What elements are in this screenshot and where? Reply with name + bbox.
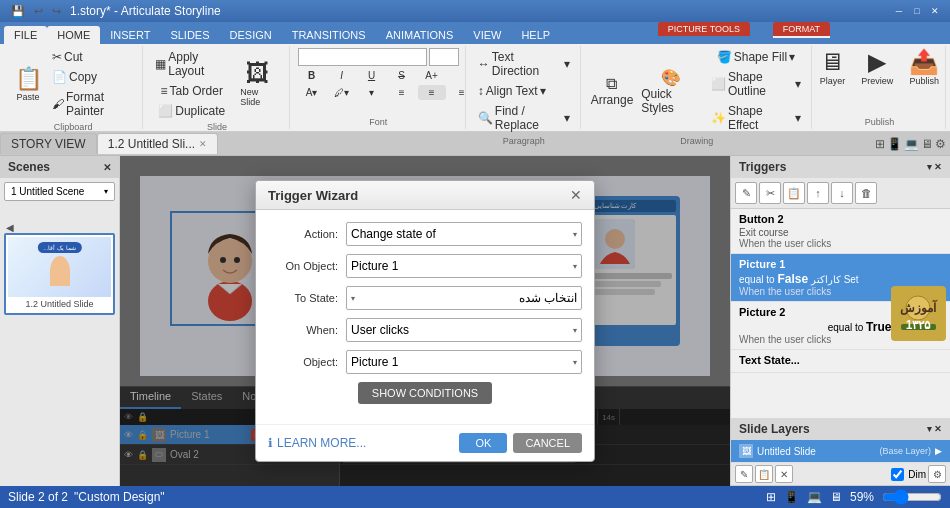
new-layer-button[interactable]: ✎	[735, 465, 753, 483]
tab-insert[interactable]: INSERT	[100, 26, 160, 44]
align-center[interactable]: ≡	[418, 85, 446, 100]
triggers-collapse-icon[interactable]: ▾	[927, 162, 932, 172]
format-painter-button[interactable]: 🖌Format Painter	[48, 88, 136, 120]
more-font-btn[interactable]: ▾	[358, 85, 386, 100]
trigger-item-text-state[interactable]: Text State...	[731, 350, 950, 373]
text-direction-button[interactable]: ↔Text Direction▾	[474, 48, 574, 80]
scenes-dropdown[interactable]: 1 Untitled Scene ▾	[4, 182, 115, 201]
layers-collapse-icon[interactable]: ▾	[927, 424, 932, 434]
mobile-view-button[interactable]: 📱	[887, 137, 902, 151]
shape-effect-button[interactable]: ✨Shape Effect▾	[707, 102, 805, 134]
save-button[interactable]: 💾	[8, 4, 28, 19]
tablet-view-button[interactable]: 💻	[904, 137, 919, 151]
layers-close-icon[interactable]: ✕	[934, 424, 942, 434]
font-size-increase[interactable]: A+	[418, 68, 446, 83]
slide-tab[interactable]: 1.2 Untitled Sli... ✕	[97, 133, 218, 154]
cancel-button[interactable]: CANCEL	[513, 433, 582, 453]
zoom-slider[interactable]	[882, 491, 942, 503]
color-picker-box[interactable]	[298, 48, 427, 66]
triggers-close-icon[interactable]: ✕	[934, 162, 942, 172]
minimize-button[interactable]: ─	[892, 4, 906, 18]
font-size-box[interactable]	[429, 48, 459, 66]
publish-button[interactable]: 📤 Publish	[903, 48, 945, 88]
tab-home[interactable]: HOME	[47, 26, 100, 44]
edit-trigger-button[interactable]: ✂	[759, 182, 781, 204]
footer-buttons: OK CANCEL	[459, 433, 582, 453]
new-slide-button[interactable]: 🖼 New Slide	[234, 59, 282, 109]
when-select[interactable]: User clicks ▾	[346, 318, 582, 342]
quick-styles-button[interactable]: 🎨 Quick Styles	[637, 48, 705, 134]
drawing-group: ⧉ Arrange 🎨 Quick Styles 🪣Shape Fill▾ ⬜S…	[583, 46, 812, 129]
ok-button[interactable]: OK	[459, 433, 507, 453]
scenes-header: Scenes ✕	[0, 156, 119, 178]
close-button[interactable]: ✕	[928, 4, 942, 18]
underline-button[interactable]: U	[358, 68, 386, 83]
learn-more-link[interactable]: ℹ LEARN MORE...	[268, 436, 366, 450]
arrange-button[interactable]: ⧉ Arrange	[589, 48, 635, 134]
scenes-collapse[interactable]: ✕	[103, 162, 111, 173]
undo-button[interactable]: ↩	[31, 4, 46, 19]
maximize-button[interactable]: □	[910, 4, 924, 18]
on-object-select[interactable]: Picture 1 ▾	[346, 254, 582, 278]
tab-order-button[interactable]: ≡Tab Order	[151, 82, 232, 100]
desktop-view-button[interactable]: 🖥	[921, 137, 933, 151]
show-conditions-button[interactable]: SHOW CONDITIONS	[358, 382, 492, 404]
move-down-button[interactable]: ↓	[831, 182, 853, 204]
shape-fill-button[interactable]: 🪣Shape Fill▾	[707, 48, 805, 66]
add-trigger-button[interactable]: ✎	[735, 182, 757, 204]
layer-settings-button[interactable]: ⚙	[928, 465, 946, 483]
redo-button[interactable]: ↪	[49, 4, 64, 19]
align-left[interactable]: ≡	[388, 85, 416, 100]
settings-icon[interactable]: ⚙	[935, 137, 946, 151]
tab-design[interactable]: DESIGN	[220, 26, 282, 44]
layer-expand-icon[interactable]: ▶	[935, 446, 942, 456]
delete-layer-button[interactable]: ✕	[775, 465, 793, 483]
copy-button[interactable]: 📄Copy	[48, 68, 136, 86]
modal-overlay: Trigger Wizard ✕ Action: Change state of…	[120, 156, 730, 486]
font-format-row: B I U S A+	[298, 68, 459, 83]
tab-animations[interactable]: ANIMATIONS	[376, 26, 464, 44]
font-color-row: A▾ 🖊▾ ▾ ≡ ≡ ≡	[298, 85, 459, 100]
move-up-button[interactable]: ↑	[807, 182, 829, 204]
triggers-header-controls: آموزش 1۳۲۵ ▾ ✕	[927, 162, 942, 172]
tab-file[interactable]: FILE	[4, 26, 47, 44]
tab-transitions[interactable]: TRANSITIONS	[282, 26, 376, 44]
dim-checkbox[interactable]	[891, 468, 904, 481]
left-arrow-icon[interactable]: ◀	[4, 217, 16, 237]
font-color-button[interactable]: A▾	[298, 85, 326, 100]
base-layer-row[interactable]: 🖼 Untitled Slide (Base Layer) ▶	[731, 440, 950, 463]
format-tab[interactable]: FORMAT	[773, 22, 830, 38]
preview-button[interactable]: ▶ Preview	[855, 48, 899, 88]
story-view-tab[interactable]: STORY VIEW	[0, 133, 97, 154]
strikethrough-button[interactable]: S	[388, 68, 416, 83]
delete-trigger-button[interactable]: 🗑	[855, 182, 877, 204]
copy-trigger-button[interactable]: 📋	[783, 182, 805, 204]
slide-tab-close[interactable]: ✕	[199, 139, 207, 149]
to-state-select[interactable]: انتخاب شده ▾	[346, 286, 582, 310]
highlight-button[interactable]: 🖊▾	[328, 85, 356, 100]
slide-thumbnail[interactable]: شما یک آقا... 1.2 Untitled Slide	[4, 233, 115, 315]
shape-outline-button[interactable]: ⬜Shape Outline▾	[707, 68, 805, 100]
modal-close-button[interactable]: ✕	[570, 187, 582, 203]
apply-layout-button[interactable]: ▦Apply Layout	[151, 48, 232, 80]
paste-button[interactable]: 📋 Paste	[10, 64, 46, 104]
object-select[interactable]: Picture 1 ▾	[346, 350, 582, 374]
tab-view[interactable]: VIEW	[463, 26, 511, 44]
grid-view-button[interactable]: ⊞	[875, 137, 885, 151]
bold-button[interactable]: B	[298, 68, 326, 83]
action-arrow-icon: ▾	[573, 230, 577, 239]
player-button[interactable]: 🖥 Player	[814, 48, 852, 88]
copy-layer-button[interactable]: 📋	[755, 465, 773, 483]
align-text-button[interactable]: ↕Align Text▾	[474, 82, 550, 100]
italic-button[interactable]: I	[328, 68, 356, 83]
duplicate-button[interactable]: ⬜Duplicate	[151, 102, 232, 120]
grid-icon: ⊞	[766, 490, 776, 504]
action-select[interactable]: Change state of ▾	[346, 222, 582, 246]
tab-help[interactable]: HELP	[511, 26, 560, 44]
find-replace-button[interactable]: 🔍Find / Replace▾	[474, 102, 574, 134]
cut-button[interactable]: ✂Cut	[48, 48, 136, 66]
slide-actions: ▦Apply Layout ≡Tab Order ⬜Duplicate	[151, 48, 232, 120]
clipboard-group: 📋 Paste ✂Cut 📄Copy 🖌Format Painter Clipb…	[4, 46, 143, 129]
tab-slides[interactable]: SLIDES	[160, 26, 219, 44]
trigger-item-button2[interactable]: Button 2 Exit course When the user click…	[731, 209, 950, 254]
